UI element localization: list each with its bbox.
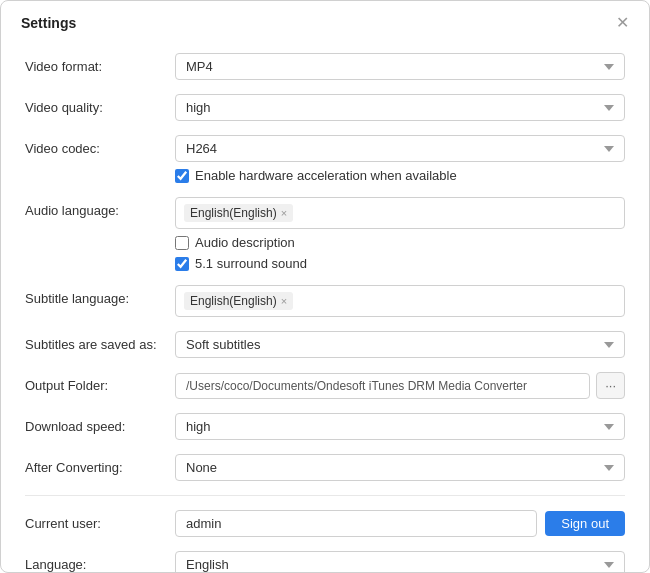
subtitles-saved-as-row: Subtitles are saved as: Soft subtitles H… <box>25 331 625 358</box>
video-format-select[interactable]: MP4 MKV AVI MOV <box>175 53 625 80</box>
audio-description-row: Audio description <box>175 235 625 250</box>
after-converting-select[interactable]: None Open output folder Quit application <box>175 454 625 481</box>
download-speed-select[interactable]: high medium low <box>175 413 625 440</box>
settings-content: Video format: MP4 MKV AVI MOV Video qual… <box>1 41 649 572</box>
language-label: Language: <box>25 551 175 572</box>
subtitle-language-label: Subtitle language: <box>25 285 175 306</box>
video-quality-select[interactable]: high medium low <box>175 94 625 121</box>
subtitle-language-tag-input[interactable]: English(English) × <box>175 285 625 317</box>
video-codec-label: Video codec: <box>25 135 175 156</box>
surround-sound-label: 5.1 surround sound <box>195 256 307 271</box>
subtitles-saved-as-select[interactable]: Soft subtitles Hard subtitles None <box>175 331 625 358</box>
subtitle-language-control: English(English) × <box>175 285 625 317</box>
window-title: Settings <box>21 15 76 31</box>
output-folder-control: ··· <box>175 372 625 399</box>
download-speed-row: Download speed: high medium low <box>25 413 625 440</box>
subtitle-language-row: Subtitle language: English(English) × <box>25 285 625 317</box>
subtitle-language-tag: English(English) × <box>184 292 293 310</box>
output-folder-label: Output Folder: <box>25 372 175 393</box>
divider <box>25 495 625 496</box>
video-format-label: Video format: <box>25 53 175 74</box>
output-folder-row: Output Folder: ··· <box>25 372 625 399</box>
subtitles-saved-as-label: Subtitles are saved as: <box>25 331 175 352</box>
close-button[interactable]: ✕ <box>612 13 633 33</box>
video-codec-select[interactable]: H264 H265 AV1 <box>175 135 625 162</box>
hw-acceleration-label: Enable hardware acceleration when availa… <box>195 168 457 183</box>
download-speed-label: Download speed: <box>25 413 175 434</box>
surround-sound-row: 5.1 surround sound <box>175 256 625 271</box>
video-codec-row: Video codec: H264 H265 AV1 Enable hardwa… <box>25 135 625 183</box>
download-speed-control: high medium low <box>175 413 625 440</box>
subtitle-language-tag-close[interactable]: × <box>281 296 287 307</box>
audio-language-row: Audio language: English(English) × Audio… <box>25 197 625 271</box>
output-folder-browse-button[interactable]: ··· <box>596 372 625 399</box>
current-user-row: Current user: Sign out <box>25 510 625 537</box>
audio-language-control: English(English) × Audio description 5.1… <box>175 197 625 271</box>
current-user-control-wrapper: Sign out <box>175 510 625 537</box>
sign-out-button[interactable]: Sign out <box>545 511 625 536</box>
audio-description-checkbox[interactable] <box>175 236 189 250</box>
hw-acceleration-row: Enable hardware acceleration when availa… <box>175 168 625 183</box>
video-quality-label: Video quality: <box>25 94 175 115</box>
output-folder-input[interactable] <box>175 373 590 399</box>
video-quality-row: Video quality: high medium low <box>25 94 625 121</box>
after-converting-label: After Converting: <box>25 454 175 475</box>
language-control: English Chinese Japanese French <box>175 551 625 572</box>
audio-language-tag: English(English) × <box>184 204 293 222</box>
after-converting-control: None Open output folder Quit application <box>175 454 625 481</box>
title-bar: Settings ✕ <box>1 1 649 41</box>
after-converting-row: After Converting: None Open output folde… <box>25 454 625 481</box>
video-format-control: MP4 MKV AVI MOV <box>175 53 625 80</box>
language-row: Language: English Chinese Japanese Frenc… <box>25 551 625 572</box>
audio-description-label: Audio description <box>195 235 295 250</box>
current-user-label: Current user: <box>25 510 175 531</box>
video-quality-control: high medium low <box>175 94 625 121</box>
surround-sound-checkbox[interactable] <box>175 257 189 271</box>
audio-language-label: Audio language: <box>25 197 175 218</box>
subtitle-language-tag-text: English(English) <box>190 294 277 308</box>
audio-language-tag-close[interactable]: × <box>281 208 287 219</box>
audio-language-tag-text: English(English) <box>190 206 277 220</box>
video-codec-control: H264 H265 AV1 Enable hardware accelerati… <box>175 135 625 183</box>
current-user-input[interactable] <box>175 510 537 537</box>
settings-window: Settings ✕ Video format: MP4 MKV AVI MOV… <box>0 0 650 573</box>
hw-acceleration-checkbox[interactable] <box>175 169 189 183</box>
current-user-input-group: Sign out <box>175 510 625 537</box>
output-folder-input-row: ··· <box>175 372 625 399</box>
subtitles-saved-as-control: Soft subtitles Hard subtitles None <box>175 331 625 358</box>
language-select[interactable]: English Chinese Japanese French <box>175 551 625 572</box>
video-format-row: Video format: MP4 MKV AVI MOV <box>25 53 625 80</box>
audio-language-tag-input[interactable]: English(English) × <box>175 197 625 229</box>
